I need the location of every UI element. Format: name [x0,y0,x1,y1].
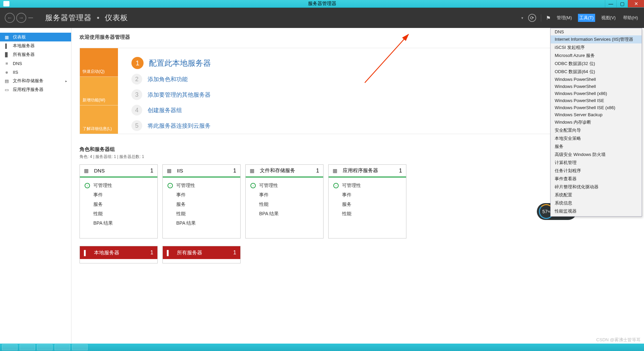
tools-menu-item[interactable]: DNS [551,28,642,35]
role-tile-body: ↑可管理性事件服务性能BPA 结果 [80,178,157,238]
tools-menu-item[interactable]: 事件查看器 [551,175,642,183]
close-button[interactable]: ✕ [628,0,644,7]
step-link[interactable]: 添加要管理的其他服务器 [148,91,211,99]
taskbar[interactable] [0,344,644,351]
chevron-right-icon: ▸ [65,79,67,83]
server-tile[interactable]: ▌所有服务器1 [162,246,241,263]
role-line[interactable]: 性能 [167,209,236,219]
tools-menu-item[interactable]: 高级安全 Windows 防火墙 [551,151,642,159]
tools-menu-item[interactable]: Windows PowerShell ISE (x86) [551,104,642,111]
role-line[interactable]: ↑可管理性 [250,181,318,190]
menu-help[interactable]: 帮助(H) [622,14,639,22]
minimize-button[interactable]: — [605,0,616,7]
breadcrumb-current: 仪表板 [105,13,128,22]
step-link[interactable]: 添加角色和功能 [148,75,188,83]
role-line-label: BPA 结果 [93,220,113,226]
tools-menu-item[interactable]: 任务计划程序 [551,167,642,175]
server-tile[interactable]: ▌本地服务器1 [80,246,158,263]
breadcrumb: 服务器管理器 • 仪表板 [45,13,128,23]
step-number: 1 [131,57,144,69]
tile-whatsnew[interactable]: 新增功能(W) [80,77,118,105]
tools-menu-item[interactable]: Windows PowerShell [551,76,642,83]
tools-menu-item[interactable]: 资源监视器 [551,215,642,217]
tools-menu-item[interactable]: 本地安全策略 [551,134,642,142]
role-line[interactable]: BPA 结果 [250,209,318,219]
taskbar-item[interactable] [20,344,35,350]
tools-menu-item[interactable]: Windows 内存诊断 [551,118,642,126]
tools-menu-item[interactable]: ODBC 数据源(64 位) [551,68,642,76]
step-link[interactable]: 配置此本地服务器 [149,58,211,68]
tile-learnmore[interactable]: 了解详细信息(L) [80,105,118,134]
tools-menu-item[interactable]: 性能监视器 [551,207,642,215]
breadcrumb-root[interactable]: 服务器管理器 [45,13,92,22]
taskbar-item[interactable] [55,344,70,350]
tools-menu-item[interactable]: 安全配置向导 [551,126,642,134]
tools-menu-item[interactable]: ODBC 数据源(32 位) [551,60,642,68]
sidebar-icon: ▌ [4,43,9,49]
step-link[interactable]: 将此服务器连接到云服务 [148,122,211,130]
tools-menu-item[interactable]: 计算机管理 [551,159,642,167]
menu-tools[interactable]: 工具(T) [578,14,595,22]
taskbar-item[interactable] [72,344,88,350]
sidebar-item-label: 文件和存储服务 [13,78,43,84]
role-line[interactable]: BPA 结果 [167,219,236,228]
tools-menu-item[interactable]: iSCSI 发起程序 [551,43,642,52]
sidebar-item-5[interactable]: ▤文件和存储服务▸ [0,76,71,85]
sidebar-icon: ▤ [4,78,9,84]
server-name: 本地服务器 [94,250,119,256]
sidebar-item-1[interactable]: ▌本地服务器 [0,41,71,50]
role-tile[interactable]: ▦文件和存储服务1↑可管理性事件性能BPA 结果 [245,164,324,238]
role-line[interactable]: 性能 [85,209,153,219]
nav-back-button[interactable]: ← [5,13,15,23]
sidebar-icon: ≡ [4,61,9,66]
role-line[interactable]: 服务 [85,200,153,209]
tools-menu-item[interactable]: 碎片整理和优化驱动器 [551,183,642,191]
role-tile[interactable]: ▦应用程序服务器1↑可管理性事件服务性能 [328,164,406,238]
tools-menu-item[interactable]: Microsoft Azure 服务 [551,52,642,60]
role-line[interactable]: ↑可管理性 [85,181,153,190]
tools-menu-item[interactable]: 系统配置 [551,191,642,199]
sidebar-item-3[interactable]: ≡DNS [0,59,71,68]
role-line[interactable]: BPA 结果 [85,219,153,228]
tools-menu-item[interactable]: Windows PowerShell ISE [551,97,642,104]
header-bar: ← → 服务器管理器 • 仪表板 ▾ ⟳ ⚑ 管理(M) 工具(T) 视图(V)… [0,8,644,28]
tools-menu-item[interactable]: Internet Information Services (IIS)管理器 [551,35,642,43]
step-link[interactable]: 创建服务器组 [148,106,182,114]
sidebar-item-6[interactable]: ▭应用程序服务器 [0,85,71,94]
app-logo-icon [3,1,9,6]
refresh-button[interactable]: ⟳ [528,14,536,22]
status-up-icon: ↑ [250,183,256,188]
maximize-button[interactable]: ▢ [616,0,628,7]
role-line[interactable]: 服务 [333,200,401,209]
status-up-icon: ↑ [85,183,90,188]
role-line[interactable]: ↑可管理性 [333,181,401,190]
role-line[interactable]: 服务 [167,200,236,209]
menu-manage[interactable]: 管理(M) [555,14,574,22]
tools-menu-item[interactable]: Windows Server Backup [551,111,642,118]
taskbar-item[interactable] [37,344,53,350]
role-line[interactable]: 性能 [250,200,318,209]
tile-quickstart[interactable]: 快速启动(Q) [80,48,118,77]
nav-forward-button[interactable]: → [16,13,26,23]
role-line[interactable]: ↑可管理性 [167,181,236,190]
flag-icon[interactable]: ⚑ [546,15,551,21]
sidebar-item-4[interactable]: ⎈IIS [0,68,71,76]
sidebar-item-0[interactable]: ▦仪表板 [0,33,71,41]
role-tile[interactable]: ▦IIS1↑可管理性事件服务性能BPA 结果 [162,164,241,238]
taskbar-item[interactable] [2,344,18,350]
role-line[interactable]: 事件 [250,190,318,200]
role-line[interactable]: 事件 [85,190,153,200]
menu-view[interactable]: 视图(V) [600,14,617,22]
tools-menu-item[interactable]: Windows PowerShell [551,83,642,90]
tools-menu-item[interactable]: 系统信息 [551,199,642,207]
tools-menu-item[interactable]: Windows PowerShell (x86) [551,90,642,97]
sidebar-item-2[interactable]: ▊所有服务器 [0,50,71,59]
sidebar-icon: ▭ [4,87,9,92]
role-line[interactable]: 事件 [167,190,236,200]
dropdown-caret-icon[interactable]: ▾ [521,16,523,20]
tools-menu-item[interactable]: 服务 [551,142,642,151]
role-line[interactable]: 性能 [333,209,401,219]
role-line[interactable]: 事件 [333,190,401,200]
role-tile[interactable]: ▦DNS1↑可管理性事件服务性能BPA 结果 [80,164,158,238]
sidebar-icon: ▊ [4,52,9,57]
